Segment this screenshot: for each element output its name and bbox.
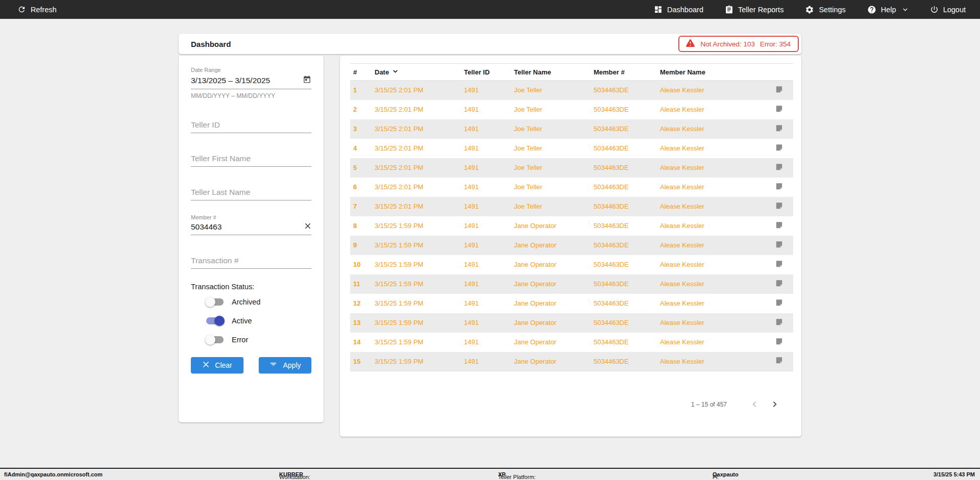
transaction-number-field[interactable]: Transaction # <box>191 256 311 269</box>
teller-first-name-placeholder[interactable]: Teller First Name <box>191 154 251 163</box>
cell-teller-name: Joe Teller <box>511 178 591 197</box>
next-page-button[interactable] <box>768 398 781 411</box>
note-icon[interactable] <box>762 197 793 216</box>
teller-id-placeholder[interactable]: Teller ID <box>191 120 220 130</box>
table-row[interactable]: 133/15/25 1:59 PM1491Jane Operator503446… <box>350 313 793 333</box>
column-header-member-num[interactable]: Member # <box>591 64 657 81</box>
paginator: 1 – 15 of 457 <box>350 398 781 432</box>
transaction-status-label: Transaction Status: <box>191 283 311 291</box>
cell-date: 3/15/25 2:01 PM <box>372 197 461 216</box>
cell-teller-id: 1491 <box>461 197 511 216</box>
cell-date: 3/15/25 1:59 PM <box>372 333 461 352</box>
note-icon[interactable] <box>762 119 793 139</box>
transactions-table: # Date Teller ID Teller Name Member # <box>350 63 793 371</box>
apply-button[interactable]: Apply <box>259 357 311 373</box>
member-number-field[interactable]: Member # 5034463 <box>191 214 311 235</box>
table-row[interactable]: 73/15/25 2:01 PM1491Joe Teller5034463DEA… <box>350 197 793 216</box>
table-row[interactable]: 13/15/25 2:01 PM1491Joe Teller5034463DEA… <box>350 81 793 100</box>
cell-member-name: Alease Kessler <box>657 139 762 158</box>
filter-icon <box>269 360 278 370</box>
transaction-number-placeholder[interactable]: Transaction # <box>191 256 238 265</box>
archived-toggle[interactable] <box>206 298 224 306</box>
table-row[interactable]: 143/15/25 1:59 PM1491Jane Operator503446… <box>350 333 793 352</box>
table-row[interactable]: 113/15/25 1:59 PM1491Jane Operator503446… <box>350 274 793 294</box>
note-icon[interactable] <box>762 294 793 313</box>
cell-teller-id: 1491 <box>461 313 511 333</box>
active-toggle[interactable] <box>206 317 224 324</box>
teller-last-name-field[interactable]: Teller Last Name <box>191 188 311 200</box>
cell-member-name: Alease Kessler <box>657 294 762 313</box>
date-range-value[interactable]: 3/13/2025 – 3/15/2025 <box>191 76 270 85</box>
refresh-button[interactable]: Refresh <box>17 5 57 14</box>
table-header-row: # Date Teller ID Teller Name Member # <box>350 64 793 81</box>
nav-item-logout[interactable]: Logout <box>930 5 966 14</box>
previous-page-button[interactable] <box>748 398 761 411</box>
teller-last-name-placeholder[interactable]: Teller Last Name <box>191 188 250 197</box>
teller-id-field[interactable]: Teller ID <box>191 120 311 133</box>
table-row[interactable]: 83/15/25 1:59 PM1491Jane Operator5034463… <box>350 216 793 236</box>
table-row[interactable]: 103/15/25 1:59 PM1491Jane Operator503446… <box>350 255 793 274</box>
cell-member-name: Alease Kessler <box>657 197 762 216</box>
error-alert-badge[interactable]: Not Archived: 103 Error: 354 <box>678 36 799 52</box>
error-toggle[interactable] <box>206 336 224 343</box>
sort-desc-icon <box>392 68 399 76</box>
note-icon[interactable] <box>762 81 793 100</box>
cell-member-name: Alease Kessler <box>657 119 762 139</box>
note-icon[interactable] <box>762 178 793 197</box>
nav-item-settings[interactable]: Settings <box>805 5 845 14</box>
cell-teller-id: 1491 <box>461 100 511 119</box>
note-icon[interactable] <box>762 158 793 178</box>
table-body: 13/15/25 2:01 PM1491Joe Teller5034463DEA… <box>350 81 793 371</box>
cell-date: 3/15/25 1:59 PM <box>372 255 461 274</box>
cell-teller-name: Jane Operator <box>511 216 591 236</box>
cell-date: 3/15/25 1:59 PM <box>372 294 461 313</box>
member-number-value[interactable]: 5034463 <box>191 222 222 232</box>
refresh-label: Refresh <box>31 6 57 14</box>
table-row[interactable]: 33/15/25 2:01 PM1491Joe Teller5034463DEA… <box>350 119 793 139</box>
table-row[interactable]: 23/15/25 2:01 PM1491Joe Teller5034463DEA… <box>350 100 793 119</box>
active-toggle-label: Active <box>232 317 252 325</box>
cell-teller-id: 1491 <box>461 158 511 178</box>
nav-item-teller-reports[interactable]: Teller Reports <box>725 5 783 14</box>
table-row[interactable]: 93/15/25 1:59 PM1491Jane Operator5034463… <box>350 236 793 255</box>
cell-teller-name: Joe Teller <box>511 119 591 139</box>
cell-num: 1 <box>350 81 372 100</box>
note-icon[interactable] <box>762 216 793 236</box>
date-range-field[interactable]: Date Range 3/13/2025 – 3/15/2025 MM/DD/Y… <box>191 67 311 99</box>
note-icon[interactable] <box>762 139 793 158</box>
column-header-date[interactable]: Date <box>372 64 461 81</box>
clear-member-icon[interactable] <box>304 222 311 232</box>
note-icon[interactable] <box>762 100 793 119</box>
table-row[interactable]: 153/15/25 1:59 PM1491Jane Operator503446… <box>350 352 793 371</box>
note-icon[interactable] <box>762 255 793 274</box>
nav-item-help[interactable]: Help <box>867 5 909 14</box>
status-datetime: 3/15/25 5:43 PM <box>934 471 975 477</box>
note-icon[interactable] <box>762 236 793 255</box>
calendar-icon[interactable] <box>303 75 311 86</box>
note-icon[interactable] <box>762 352 793 371</box>
clipboard-icon <box>725 5 733 14</box>
table-row[interactable]: 123/15/25 1:59 PM1491Jane Operator503446… <box>350 294 793 313</box>
note-icon[interactable] <box>762 333 793 352</box>
column-header-teller-name[interactable]: Teller Name <box>511 64 591 81</box>
teller-first-name-field[interactable]: Teller First Name <box>191 154 311 167</box>
chevron-down-icon <box>902 6 909 13</box>
table-row[interactable]: 63/15/25 2:01 PM1491Joe Teller5034463DEA… <box>350 178 793 197</box>
column-header-num[interactable]: # <box>350 64 372 81</box>
table-row[interactable]: 43/15/25 2:01 PM1491Joe Teller5034463DEA… <box>350 139 793 158</box>
filter-panel: Date Range 3/13/2025 – 3/15/2025 MM/DD/Y… <box>179 56 324 422</box>
column-header-member-name[interactable]: Member Name <box>657 64 762 81</box>
clear-button[interactable]: Clear <box>191 357 243 373</box>
top-nav: Refresh Dashboard Teller Reports Setting… <box>0 0 980 19</box>
cell-date: 3/15/25 2:01 PM <box>372 81 461 100</box>
cell-member-num: 5034463DE <box>591 100 657 119</box>
nav-item-dashboard[interactable]: Dashboard <box>654 5 703 14</box>
column-header-teller-id[interactable]: Teller ID <box>461 64 511 81</box>
table-row[interactable]: 53/15/25 2:01 PM1491Joe Teller5034463DEA… <box>350 158 793 178</box>
cell-member-num: 5034463DE <box>591 352 657 371</box>
note-icon[interactable] <box>762 313 793 333</box>
cell-member-num: 5034463DE <box>591 313 657 333</box>
cell-member-num: 5034463DE <box>591 119 657 139</box>
note-icon[interactable] <box>762 274 793 294</box>
cell-member-num: 5034463DE <box>591 333 657 352</box>
